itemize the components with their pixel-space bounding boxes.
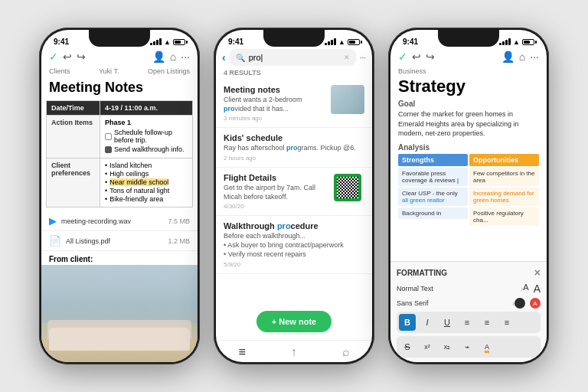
- checkbox-1[interactable]: [105, 133, 112, 140]
- result-text-3: Flight Details Get to the airport by 7am…: [224, 173, 325, 210]
- goal-label: Goal: [398, 100, 539, 108]
- link-button[interactable]: ⌁: [459, 338, 475, 355]
- page-title-1: Meeting Notes: [41, 77, 198, 100]
- underline-button[interactable]: U: [439, 314, 456, 331]
- battery-icon-2: [348, 39, 360, 45]
- wifi-icon-2: ▲: [338, 38, 345, 46]
- battery-icon-1: [173, 39, 185, 45]
- search-results-list: Meeting notes Client wants a 2-bedroom p…: [216, 80, 372, 302]
- share-icon-3[interactable]: 👤: [501, 51, 514, 63]
- align-center-button[interactable]: ≡: [479, 314, 495, 331]
- signal-icon-2: [325, 38, 336, 45]
- align-right-button[interactable]: ≡: [498, 314, 515, 331]
- attachment-size-2: 1.2 MB: [168, 237, 190, 245]
- result-title-4: Walkthrough procedure: [224, 221, 364, 230]
- italic-button[interactable]: I: [419, 314, 436, 331]
- checkbox-row-2: Send walkthrough info.: [105, 145, 188, 153]
- pref-item-4: •Tons of natural light: [105, 187, 188, 194]
- wifi-icon-1: ▲: [164, 38, 171, 46]
- result-text-4: Walkthrough procedure Before each walkth…: [224, 221, 364, 267]
- bottom-nav: ≡ ↑ ⌕: [216, 340, 372, 362]
- sans-serif-label: Sans Serif: [397, 299, 512, 307]
- format-buttons-row: B I U ≡ ≡ ≡: [397, 312, 541, 333]
- text-small-btn[interactable]: A: [523, 283, 528, 295]
- align-left-button[interactable]: ≡: [459, 314, 475, 331]
- strength-2: Clear USP - the only all green realtor: [398, 188, 468, 206]
- highlight-pro-2: pro: [286, 144, 298, 152]
- share-icon-1[interactable]: 👤: [152, 51, 165, 63]
- format-buttons-row-2: S x² x₂ ⌁ A: [397, 336, 541, 358]
- result-time-3: 4/30/20: [224, 203, 325, 210]
- signal-icon-3: [499, 38, 511, 45]
- clear-icon[interactable]: ✕: [344, 54, 350, 61]
- undo-icon-1[interactable]: ↩: [63, 51, 72, 63]
- result-2[interactable]: Kids' schedule Ray has afterschool progr…: [216, 128, 372, 168]
- client-prefs-content: •Island kitchen •High ceilings •Near mid…: [100, 158, 193, 207]
- opportunities-col: Few competitors in the area Increasing d…: [469, 168, 539, 226]
- status-icons-3: ▲: [499, 38, 534, 46]
- wifi-icon-3: ▲: [513, 38, 520, 46]
- from-client-label: From client:: [41, 251, 198, 265]
- nav-up-icon[interactable]: ↑: [291, 345, 297, 359]
- home-icon-1[interactable]: ⌂: [170, 51, 176, 63]
- check-icon-3[interactable]: ✓: [398, 51, 407, 63]
- checkbox-2[interactable]: [105, 146, 112, 153]
- check-icon-1[interactable]: ✓: [49, 51, 58, 63]
- new-note-container: + New note: [216, 302, 372, 340]
- attachment-name-2: All Listings.pdf: [66, 237, 163, 245]
- phone-3: 9:41 ▲ ✓ ↩ ↪ 👤 ⌂ ···: [388, 28, 549, 364]
- attachment-2[interactable]: 📄 All Listings.pdf 1.2 MB: [41, 231, 198, 251]
- search-row: ‹ 🔍 ✕ ···: [216, 47, 372, 69]
- redo-icon-1[interactable]: ↪: [77, 51, 86, 63]
- home-icon-3[interactable]: ⌂: [519, 51, 525, 63]
- opp-3: Positive regulatory cha...: [469, 207, 539, 226]
- result-title-3: Flight Details: [224, 173, 325, 182]
- strength-1: Favorable press coverage & reviews |: [398, 168, 468, 186]
- status-icons-2: ▲: [325, 38, 360, 46]
- breadcrumb-1: Clients Yuki T. Open Listings: [41, 66, 198, 77]
- toolbar-3: ✓ ↩ ↪ 👤 ⌂ ···: [390, 47, 547, 66]
- bold-button[interactable]: B: [399, 314, 416, 331]
- nav-search-icon[interactable]: ⌕: [342, 345, 350, 359]
- breadcrumb-left: Clients: [49, 67, 70, 75]
- more-icon-1[interactable]: ···: [181, 51, 190, 63]
- result-text-1: Meeting notes Client wants a 2-bedroom p…: [224, 85, 325, 122]
- result-1[interactable]: Meeting notes Client wants a 2-bedroom p…: [216, 80, 372, 128]
- result-4[interactable]: Walkthrough procedure Before each walkth…: [216, 216, 372, 273]
- formatting-close-button[interactable]: ×: [534, 266, 541, 279]
- strike-button[interactable]: S: [399, 338, 416, 355]
- subscript-button[interactable]: x₂: [439, 338, 456, 355]
- more-icon-2[interactable]: ···: [360, 54, 366, 62]
- result-3[interactable]: Flight Details Get to the airport by 7am…: [216, 168, 372, 216]
- more-icon-3[interactable]: ···: [530, 51, 539, 63]
- action-items-label: Action Items: [47, 116, 100, 158]
- attachment-1[interactable]: ▶ meeting-recording.wav 7.5 MB: [41, 211, 198, 231]
- superscript-button[interactable]: x²: [419, 338, 436, 355]
- notch-1: [89, 30, 150, 47]
- back-button[interactable]: ‹: [222, 51, 226, 64]
- search-input[interactable]: [249, 53, 340, 62]
- normal-text-row: Normal Text › A A: [397, 283, 541, 295]
- result-text-2: Kids' schedule Ray has afterschool progr…: [224, 133, 364, 162]
- new-note-button[interactable]: + New note: [256, 311, 332, 332]
- nav-menu-icon[interactable]: ≡: [238, 345, 245, 359]
- attachment-name-1: meeting-recording.wav: [61, 217, 163, 225]
- color-dot[interactable]: [514, 298, 525, 309]
- swot-opportunities-header: Opportunities: [469, 154, 539, 166]
- col-header-value: 4-19 / 11:00 a.m.: [100, 101, 193, 116]
- checkbox-row-1: Schedule follow-up before trip.: [105, 129, 188, 144]
- highlight-text-button[interactable]: A: [479, 338, 495, 355]
- result-title-2: Kids' schedule: [224, 133, 364, 142]
- status-time-2: 9:41: [228, 38, 243, 46]
- phone-1: 9:41 ▲ ✓ ↩ ↪ 👤 ⌂ ···: [39, 28, 200, 364]
- text-large-btn[interactable]: A: [534, 283, 541, 295]
- redo-icon-3[interactable]: ↪: [426, 51, 435, 63]
- audio-icon: ▶: [49, 215, 57, 227]
- highlight-color-dot[interactable]: A: [530, 298, 541, 309]
- undo-icon-3[interactable]: ↩: [412, 51, 421, 63]
- notch-2: [263, 30, 325, 47]
- result-title-1: Meeting notes: [224, 85, 325, 94]
- battery-icon-3: [522, 39, 534, 45]
- pdf-icon: 📄: [49, 235, 61, 247]
- breadcrumb-mid: Yuki T.: [99, 67, 119, 75]
